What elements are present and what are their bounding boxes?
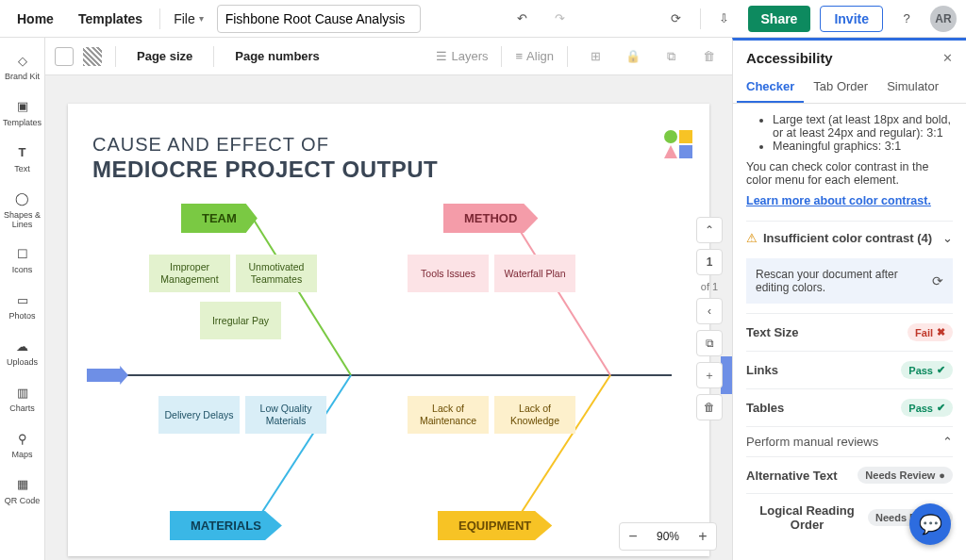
templates-link[interactable]: Templates bbox=[71, 6, 150, 32]
download-button[interactable]: ⇩ bbox=[710, 5, 739, 33]
accessibility-toggle[interactable]: ⌃ bbox=[696, 217, 723, 243]
chevron-up-icon: ⌃ bbox=[942, 435, 953, 449]
background-toggle[interactable] bbox=[83, 47, 102, 66]
manual-reviews[interactable]: Perform manual reviews ⌃ bbox=[746, 426, 953, 456]
cause-box[interactable]: Waterfall Plan bbox=[494, 255, 575, 292]
rail-uploads[interactable]: ☁Uploads bbox=[0, 331, 45, 375]
rescan-notice: Rescan your document after editing color… bbox=[746, 258, 953, 304]
page-size-button[interactable]: Page size bbox=[129, 43, 200, 69]
cause-box[interactable]: Irregular Pay bbox=[200, 302, 281, 339]
file-menu[interactable]: File ▾ bbox=[170, 6, 208, 32]
title-line1[interactable]: CAUSE AND EFFECT OF bbox=[92, 134, 329, 156]
avatar[interactable]: AR bbox=[930, 6, 957, 32]
select-all-checkbox[interactable] bbox=[55, 47, 74, 66]
align-icon: ≡ bbox=[515, 49, 523, 63]
badge-pass: Pass ✔ bbox=[901, 399, 953, 417]
rail-brandkit[interactable]: ◇Brand Kit bbox=[0, 45, 45, 90]
left-rail: ◇Brand Kit ▣Templates TText ◯Shapes & Li… bbox=[0, 38, 45, 560]
divider bbox=[700, 8, 701, 29]
logo[interactable] bbox=[664, 130, 692, 158]
help-icon[interactable]: ? bbox=[892, 5, 921, 33]
tab-order[interactable]: Tab Order bbox=[804, 72, 877, 103]
rail-charts[interactable]: ▥Charts bbox=[0, 377, 45, 421]
zoom-out[interactable]: − bbox=[620, 523, 646, 550]
issue-insufficient-contrast[interactable]: ⚠Insufficient color contrast (4) ⌄ bbox=[746, 221, 953, 255]
copy-button[interactable]: ⧉ bbox=[657, 42, 685, 71]
collapse-strip[interactable]: ‹ bbox=[696, 298, 723, 324]
issue-tables[interactable]: Tables Pass ✔ bbox=[746, 388, 953, 426]
topbar: Home Templates File ▾ ↶ ↷ ⟳ ⇩ Share Invi… bbox=[0, 0, 966, 38]
spine-arrow[interactable] bbox=[87, 366, 128, 385]
canvas-area: Page size Page numbers ☰Layers ≡Align ⊞ … bbox=[45, 38, 732, 560]
page-numbers-button[interactable]: Page numbers bbox=[227, 43, 327, 69]
close-icon[interactable]: ✕ bbox=[942, 51, 953, 65]
canvas-toolbar: Page size Page numbers ☰Layers ≡Align ⊞ … bbox=[45, 38, 732, 75]
chat-button[interactable]: 💬 bbox=[909, 503, 951, 545]
zoom-value: 90% bbox=[646, 530, 690, 543]
chevron-down-icon: ▾ bbox=[199, 13, 204, 24]
cause-box[interactable]: Delivery Delays bbox=[158, 396, 240, 434]
lock-button[interactable]: 🔒 bbox=[619, 42, 647, 71]
home-link[interactable]: Home bbox=[9, 6, 61, 32]
cause-box[interactable]: Improper Management bbox=[149, 255, 230, 292]
zoom-control: − 90% + bbox=[619, 522, 717, 551]
tab-checker[interactable]: Checker bbox=[737, 72, 804, 103]
share-button[interactable]: Share bbox=[748, 6, 811, 32]
zoom-in[interactable]: + bbox=[690, 523, 716, 550]
panel-title: Accessibility bbox=[746, 50, 833, 66]
issue-links[interactable]: Links Pass ✔ bbox=[746, 351, 953, 388]
panel-body[interactable]: Large text (at least 18px and bold, or a… bbox=[733, 104, 966, 560]
undo-button[interactable]: ↶ bbox=[508, 5, 537, 33]
badge-fail: Fail ✖ bbox=[908, 323, 953, 341]
tab-simulator[interactable]: Simulator bbox=[877, 72, 948, 103]
rail-maps[interactable]: ⚲Maps bbox=[0, 423, 45, 468]
canvas-wrap[interactable]: CAUSE AND EFFECT OF MEDIOCRE PROJECT OUT… bbox=[45, 75, 732, 560]
svg-line-2 bbox=[511, 217, 610, 375]
divider bbox=[159, 8, 160, 29]
trash-button[interactable]: 🗑 bbox=[694, 42, 723, 71]
bullet-graphics: Meaningful graphics: 3:1 bbox=[773, 140, 953, 153]
category-equipment[interactable]: EQUIPMENT bbox=[438, 511, 552, 540]
cause-box[interactable]: Low Quality Materials bbox=[245, 396, 326, 434]
invite-button[interactable]: Invite bbox=[820, 6, 883, 32]
rail-qr[interactable]: ▦QR Code bbox=[0, 469, 45, 514]
file-label: File bbox=[174, 11, 195, 26]
refresh-icon[interactable]: ⟳ bbox=[932, 273, 943, 288]
bullet-large-text: Large text (at least 18px and bold, or a… bbox=[773, 113, 953, 140]
cause-box[interactable]: Unmotivated Teammates bbox=[236, 255, 317, 292]
delete-page[interactable]: 🗑 bbox=[696, 394, 723, 420]
category-team[interactable]: TEAM bbox=[181, 204, 258, 233]
rail-text[interactable]: TText bbox=[0, 138, 45, 182]
badge-pass: Pass ✔ bbox=[901, 361, 953, 379]
cause-box[interactable]: Lack of Maintenance bbox=[408, 396, 489, 434]
contrast-note: You can check color contrast in the colo… bbox=[746, 160, 953, 187]
warning-icon: ⚠ bbox=[746, 232, 758, 245]
category-method[interactable]: METHOD bbox=[443, 204, 538, 233]
learn-more-link[interactable]: Learn more about color contrast. bbox=[746, 194, 931, 207]
sync-icon[interactable]: ⟳ bbox=[662, 5, 691, 33]
redo-button[interactable]: ↷ bbox=[546, 5, 575, 33]
issue-text-size[interactable]: Text Size Fail ✖ bbox=[746, 313, 953, 351]
category-materials[interactable]: MATERIALS bbox=[170, 511, 282, 540]
rail-icons[interactable]: ☐Icons bbox=[0, 239, 45, 283]
layers-button[interactable]: ☰Layers bbox=[436, 49, 488, 63]
issue-alt-text[interactable]: Alternative Text Needs Review ● bbox=[746, 456, 953, 493]
group-button[interactable]: ⊞ bbox=[581, 42, 609, 71]
rail-photos[interactable]: ▭Photos bbox=[0, 285, 45, 329]
title-line2[interactable]: MEDIOCRE PROJECT OUTPUT bbox=[92, 156, 438, 183]
page-indicator[interactable]: 1 bbox=[696, 249, 723, 275]
add-page[interactable]: ＋ bbox=[696, 362, 723, 388]
page[interactable]: CAUSE AND EFFECT OF MEDIOCRE PROJECT OUT… bbox=[68, 104, 709, 556]
rail-shapes[interactable]: ◯Shapes & Lines bbox=[0, 184, 45, 238]
align-button[interactable]: ≡Align bbox=[515, 49, 554, 63]
cause-box[interactable]: Tools Issues bbox=[408, 255, 489, 292]
panel-tabs: Checker Tab Order Simulator bbox=[733, 72, 966, 104]
svg-line-1 bbox=[252, 217, 351, 375]
accessibility-panel: Accessibility ✕ Checker Tab Order Simula… bbox=[732, 38, 966, 560]
doc-title-input[interactable] bbox=[217, 5, 421, 33]
rail-templates[interactable]: ▣Templates bbox=[0, 91, 45, 136]
cause-box[interactable]: Lack of Knowledge bbox=[494, 396, 575, 434]
layers-icon: ☰ bbox=[436, 49, 447, 63]
page-strip: ⌃ 1 of 1 ‹ ⧉ ＋ 🗑 bbox=[694, 217, 724, 420]
duplicate-page[interactable]: ⧉ bbox=[696, 330, 723, 356]
